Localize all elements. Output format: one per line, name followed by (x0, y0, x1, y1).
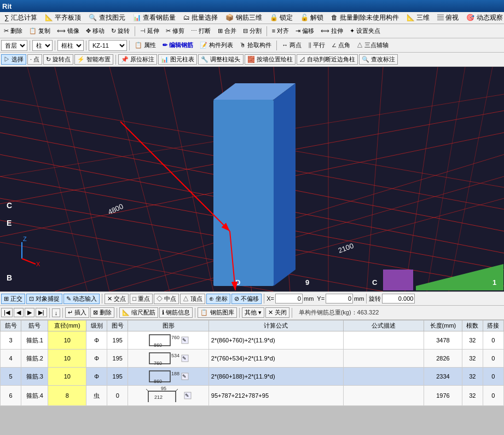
btn-stretch[interactable]: ⟺ 拉伸 (318, 26, 346, 36)
menu-lock[interactable]: 🔒 锁定 (267, 12, 296, 24)
menu-dynamic-observe[interactable]: 🎯 动态观察 (463, 12, 504, 24)
cell-name: 箍筋.4 (21, 386, 48, 406)
cell-id: 6 (1, 386, 21, 406)
btn-delete-rebar[interactable]: ⊠ 删除 (90, 307, 114, 318)
btn-move[interactable]: ✥ 移动 (83, 26, 107, 36)
btn-smart-layout[interactable]: ⚡ 智能布置 (74, 54, 113, 65)
menu-sum[interactable]: ∑ 汇总计算 (1, 12, 40, 24)
element-sub-select[interactable]: 框柱 (57, 40, 84, 51)
menu-align-top[interactable]: 📐 平齐板顶 (42, 12, 84, 24)
cell-shape[interactable]: 760 860 ✎ (128, 331, 208, 350)
btn-snap-intersect[interactable]: ✕ 交点 (105, 294, 129, 304)
element-id-select[interactable]: KZ-11 (89, 40, 127, 51)
cell-overlap: 0 (483, 350, 503, 368)
table-row[interactable]: 4 箍筋.2 10 Φ 195 534 760 ✎ 2*(760+534)+2*… (1, 350, 504, 368)
btn-snap-coord[interactable]: ⊕ 坐标 (206, 294, 230, 304)
rotate-input[interactable] (382, 294, 415, 304)
menu-batch-select[interactable]: 🗂 批量选择 (180, 12, 221, 24)
svg-text:860: 860 (154, 342, 162, 348)
y-input[interactable] (326, 294, 353, 304)
btn-other[interactable]: 其他 ▾ (242, 307, 264, 318)
btn-split[interactable]: ⊟ 分割 (240, 26, 264, 36)
btn-in-situ-label[interactable]: 📌 原位标注 (118, 54, 157, 65)
btn-rotate[interactable]: ↻ 旋转 (108, 26, 132, 36)
btn-first-record[interactable]: |◀ (1, 308, 13, 317)
btn-scale-rebar[interactable]: 📐 缩尺配筋 (119, 307, 158, 318)
cell-id: 5 (1, 368, 21, 386)
menu-batch-delete[interactable]: 🗑 批量删除未使用构件 (328, 12, 402, 24)
btn-merge[interactable]: ⊞ 合并 (215, 26, 239, 36)
btn-parallel[interactable]: ∥ 平行 (305, 40, 328, 50)
menu-rebar-3d[interactable]: 📦 钢筋三维 (222, 12, 265, 24)
btn-extend[interactable]: ⊣ 延伸 (137, 26, 162, 36)
total-weight-label: 单构件钢筋总重(kg)：463.322 (299, 308, 379, 317)
btn-rotate-point[interactable]: ↻ 旋转点 (43, 54, 73, 65)
btn-rebar-drawing[interactable]: 📋 钢筋图库 (198, 307, 236, 318)
btn-draw-by-wall[interactable]: 🧱 按墙位置绘柱 (245, 54, 296, 65)
menu-find[interactable]: 🔍 查找图元 (85, 12, 128, 24)
btn-mirror[interactable]: ⟺ 镜像 (54, 26, 82, 36)
layer-select[interactable]: 首层 (1, 40, 27, 51)
btn-point[interactable]: · 点 (27, 54, 42, 65)
cell-desc (343, 368, 424, 386)
btn-copy[interactable]: 📋 复制 (26, 26, 53, 36)
svg-rect-26 (213, 100, 274, 286)
btn-pick-element[interactable]: 🖱 拾取构件 (237, 40, 274, 50)
btn-two-point[interactable]: ↔ 两点 (279, 40, 304, 50)
rebar-table-container[interactable]: 筋号 筋号 直径(mm) 级别 图号 图形 计算公式 公式描述 长度(mm) 根… (0, 320, 504, 406)
rotate-label: 旋转 (369, 295, 381, 303)
btn-no-offset[interactable]: ⊘ 不偏移 (231, 294, 262, 304)
btn-adjust-head[interactable]: 🔧 调整柱端头 (198, 54, 243, 65)
cell-shape[interactable]: 212 95 ✎ (128, 386, 208, 406)
y-unit: mm (354, 295, 364, 302)
btn-offset[interactable]: ⇥ 偏移 (293, 26, 317, 36)
btn-check-label[interactable]: 🔍 查改标注 (359, 54, 398, 65)
btn-snap-midpoint[interactable]: ◇ 中点 (154, 294, 179, 304)
sep13 (62, 308, 63, 318)
btn-column-table[interactable]: 📊 图元柱表 (158, 54, 197, 65)
sep11 (366, 294, 367, 304)
btn-property[interactable]: 📋 属性 (132, 40, 159, 50)
btn-ortho[interactable]: ⊞ 正交 (1, 294, 25, 304)
btn-edit-rebar[interactable]: ✏ 编辑钢筋 (160, 40, 196, 50)
table-row[interactable]: 6 箍筋.4 8 虫 0 212 95 ✎ 95+787+212+787+95 … (1, 386, 504, 406)
btn-prev-record[interactable]: ◀ (14, 308, 24, 317)
btn-break[interactable]: ⋯ 打断 (188, 26, 213, 36)
menu-unlock[interactable]: 🔓 解锁 (297, 12, 327, 24)
viewport-3d[interactable]: C E B D 9 C 1 4800 2100 Z X (0, 67, 504, 291)
btn-rebar-info[interactable]: ℹ 钢筋信息 (159, 307, 193, 318)
btn-close-rebar[interactable]: ✕ 关闭 (265, 307, 289, 318)
btn-select[interactable]: ▷ 选择 (1, 54, 26, 65)
btn-auto-corner[interactable]: ⊿ 自动判断近边角柱 (297, 54, 358, 65)
btn-play[interactable]: ▶ (25, 308, 34, 317)
btn-set-grip[interactable]: ✦ 设置夹点 (347, 26, 383, 36)
btn-point-angle[interactable]: ∠ 点角 (329, 40, 353, 50)
menu-3d[interactable]: 📐 三维 (403, 12, 433, 24)
btn-snap-midweight[interactable]: □ 重点 (130, 294, 153, 304)
btn-element-list[interactable]: 📝 构件列表 (197, 40, 236, 50)
btn-dynamic-input[interactable]: ✎ 动态输入 (63, 294, 100, 304)
btn-three-point[interactable]: △ 三点辅轴 (354, 40, 391, 50)
btn-snap-vertex[interactable]: △ 顶点 (180, 294, 205, 304)
cell-shape[interactable]: 534 760 ✎ (128, 350, 208, 368)
btn-delete[interactable]: ✂ 删除 (1, 26, 25, 36)
col-desc: 公式描述 (343, 320, 424, 331)
cell-shape[interactable]: 188 860 ✎ (128, 368, 208, 386)
table-row[interactable]: 3 箍筋.1 10 Φ 195 760 860 ✎ 2*(860+760)+2*… (1, 331, 504, 350)
cell-length: 2826 (424, 350, 462, 368)
element-type-select[interactable]: 柱 (32, 40, 53, 51)
menu-view-rebar[interactable]: 📊 查看钢筋量 (130, 12, 179, 24)
svg-text:✎: ✎ (182, 337, 187, 343)
btn-next-record[interactable]: ▶| (36, 308, 47, 317)
btn-insert-rebar[interactable]: ↵ 插入 (65, 307, 89, 318)
cell-overlap: 0 (483, 331, 503, 350)
btn-trim[interactable]: ✂ 修剪 (163, 26, 187, 36)
x-input[interactable] (275, 294, 303, 304)
btn-down-arrow[interactable]: ↓ (52, 308, 61, 317)
cell-formula: 2*(860+188)+2*(11.9*d) (208, 368, 343, 386)
table-row[interactable]: 5 箍筋.3 10 Φ 195 188 860 ✎ 2*(860+188)+2*… (1, 368, 504, 386)
btn-align[interactable]: ≡ 对齐 (269, 26, 292, 36)
menu-top-view[interactable]: ▤ 俯视 (434, 12, 462, 24)
cell-formula: 2*(860+760)+2*(11.9*d) (208, 331, 343, 350)
btn-object-snap[interactable]: ⊡ 对象捕捉 (26, 294, 62, 304)
